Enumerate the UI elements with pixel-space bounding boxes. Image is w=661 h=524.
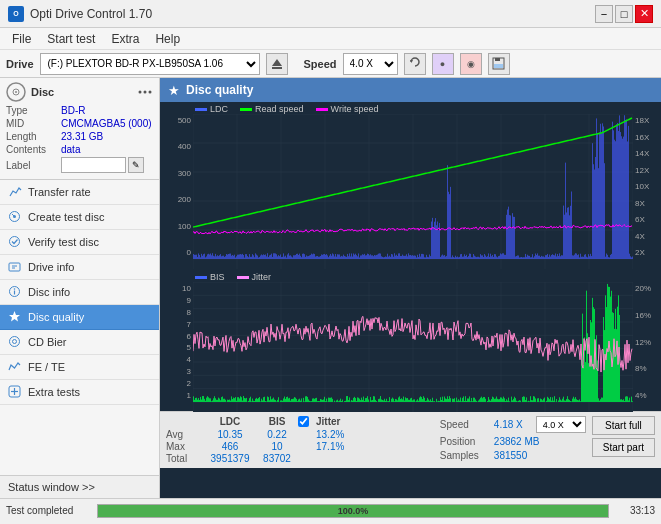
lower-y-7: 7 xyxy=(187,320,191,329)
y-right-12x: 12X xyxy=(635,166,649,175)
speed-select[interactable]: 4.0 X xyxy=(343,53,398,75)
label-input[interactable] xyxy=(61,157,126,173)
read-speed-legend-dot xyxy=(240,108,252,111)
speed-stat-select[interactable]: 4.0 X xyxy=(536,416,586,433)
bis-legend-label: BIS xyxy=(210,272,225,282)
svg-rect-4 xyxy=(495,58,500,61)
drive-select[interactable]: (F:) PLEXTOR BD-R PX-LB950SA 1.06 xyxy=(40,53,260,75)
ldc-legend-dot xyxy=(195,108,207,111)
position-stat-label: Position xyxy=(440,436,490,447)
save-button[interactable] xyxy=(488,53,510,75)
jitter-checkbox-cell[interactable] xyxy=(298,416,316,427)
lower-y-right-4: 4% xyxy=(635,391,647,400)
maximize-button[interactable]: □ xyxy=(615,5,633,23)
progress-text: 100.0% xyxy=(98,505,608,517)
lower-y-2: 2 xyxy=(187,379,191,388)
eject-icon xyxy=(271,58,283,70)
total-label: Total xyxy=(166,453,204,464)
disc-button2[interactable]: ◉ xyxy=(460,53,482,75)
y-right-16x: 16X xyxy=(635,133,649,142)
sidebar-item-drive-info[interactable]: Drive info xyxy=(0,255,159,280)
save-icon xyxy=(492,57,505,70)
type-key: Type xyxy=(6,105,61,116)
content-header: ★ Disc quality xyxy=(160,78,661,102)
max-label: Max xyxy=(166,441,204,452)
drive-eject-button[interactable] xyxy=(266,53,288,75)
disc-panel-icon xyxy=(6,82,26,102)
jitter-checkbox[interactable] xyxy=(298,416,309,427)
lower-chart-canvas xyxy=(193,282,633,412)
bis-header: BIS xyxy=(256,416,298,427)
lower-y-3: 3 xyxy=(187,367,191,376)
sidebar-label-extra-tests: Extra tests xyxy=(28,386,80,398)
sidebar-item-verify-test-disc[interactable]: Verify test disc xyxy=(0,230,159,255)
svg-point-24 xyxy=(13,340,17,344)
sidebar-item-extra-tests[interactable]: Extra tests xyxy=(0,380,159,405)
y-label-300: 300 xyxy=(178,169,191,178)
total-ldc: 3951379 xyxy=(204,453,256,464)
app-icon: O xyxy=(8,6,24,22)
y-label-400: 400 xyxy=(178,142,191,151)
label-key: Label xyxy=(6,160,61,171)
sidebar-label-create-test-disc: Create test disc xyxy=(28,211,104,223)
type-val: BD-R xyxy=(61,105,85,116)
sidebar-label-transfer-rate: Transfer rate xyxy=(28,186,91,198)
transfer-rate-icon xyxy=(8,185,22,199)
menu-help[interactable]: Help xyxy=(147,30,188,48)
minimize-button[interactable]: − xyxy=(595,5,613,23)
menu-extra[interactable]: Extra xyxy=(103,30,147,48)
svg-point-11 xyxy=(149,91,152,94)
mid-val: CMCMAGBA5 (000) xyxy=(61,118,152,129)
cd-bier-icon xyxy=(8,335,22,349)
contents-key: Contents xyxy=(6,144,61,155)
status-time: 33:13 xyxy=(615,505,655,516)
title-bar: O Opti Drive Control 1.70 − □ ✕ xyxy=(0,0,661,28)
svg-point-23 xyxy=(10,337,20,347)
max-jitter: 17.1% xyxy=(316,441,376,452)
menu-bar: File Start test Extra Help xyxy=(0,28,661,50)
lower-y-9: 9 xyxy=(187,296,191,305)
close-button[interactable]: ✕ xyxy=(635,5,653,23)
disc-label: Disc xyxy=(31,86,54,98)
y-right-4x: 4X xyxy=(635,232,645,241)
disc-button1[interactable]: ● xyxy=(432,53,454,75)
content-area: ★ Disc quality LDC Read speed Write spee… xyxy=(160,78,661,498)
menu-file[interactable]: File xyxy=(4,30,39,48)
menu-start-test[interactable]: Start test xyxy=(39,30,103,48)
sidebar-item-cd-bier[interactable]: CD Bier xyxy=(0,330,159,355)
avg-ldc: 10.35 xyxy=(204,429,256,440)
sidebar-label-cd-bier: CD Bier xyxy=(28,336,67,348)
sidebar-label-drive-info: Drive info xyxy=(28,261,74,273)
extra-tests-icon xyxy=(8,385,22,399)
lower-y-right-8: 8% xyxy=(635,364,647,373)
sidebar-label-disc-info: Disc info xyxy=(28,286,70,298)
lower-y-10: 10 xyxy=(182,284,191,293)
start-full-button[interactable]: Start full xyxy=(592,416,655,435)
lower-y-right-16: 16% xyxy=(635,311,651,320)
ldc-header: LDC xyxy=(204,416,256,427)
bis-legend-dot xyxy=(195,276,207,279)
lower-y-5: 5 xyxy=(187,343,191,352)
lower-y-right-20: 20% xyxy=(635,284,651,293)
disc-info-icon xyxy=(8,285,22,299)
speed-stat-label: Speed xyxy=(440,419,490,430)
jitter-legend-label: Jitter xyxy=(252,272,272,282)
speed-refresh-button[interactable] xyxy=(404,53,426,75)
upper-chart-area: LDC Read speed Write speed 500 400 300 xyxy=(160,102,661,268)
sidebar-item-transfer-rate[interactable]: Transfer rate xyxy=(0,180,159,205)
svg-point-20 xyxy=(14,288,16,290)
sidebar-item-create-test-disc[interactable]: Create test disc xyxy=(0,205,159,230)
lower-y-6: 6 xyxy=(187,332,191,341)
status-window-item[interactable]: Status window >> xyxy=(0,475,159,498)
start-part-button[interactable]: Start part xyxy=(592,438,655,457)
sidebar-item-disc-info[interactable]: Disc info xyxy=(0,280,159,305)
label-edit-button[interactable]: ✎ xyxy=(128,157,144,173)
sidebar-item-disc-quality[interactable]: Disc quality xyxy=(0,305,159,330)
sidebar-label-disc-quality: Disc quality xyxy=(28,311,84,323)
drive-info-icon xyxy=(8,260,22,274)
contents-val: data xyxy=(61,144,80,155)
sidebar-item-fe-te[interactable]: FE / TE xyxy=(0,355,159,380)
svg-point-10 xyxy=(144,91,147,94)
y-right-6x: 6X xyxy=(635,215,645,224)
sidebar: Disc Type BD-R MID CMCMAGBA5 (000) Lengt… xyxy=(0,78,160,498)
